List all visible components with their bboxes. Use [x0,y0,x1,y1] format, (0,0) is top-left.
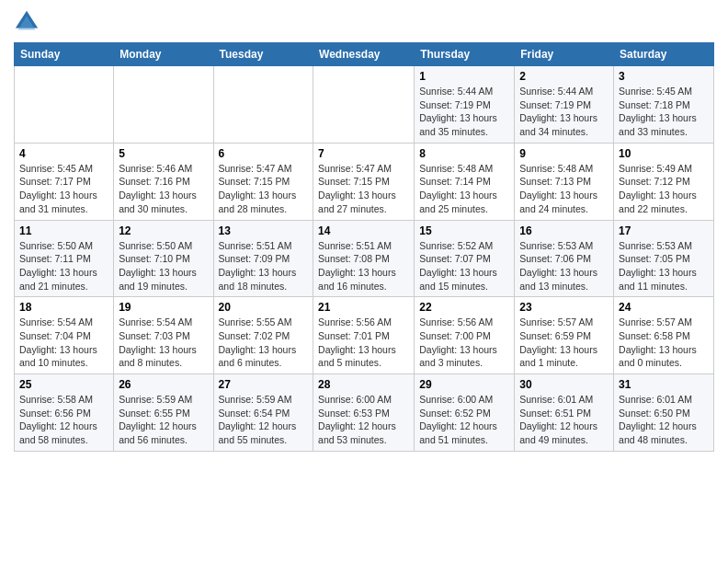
day-cell: 24Sunrise: 5:57 AMSunset: 6:58 PMDayligh… [614,297,714,374]
day-detail: Sunrise: 5:55 AMSunset: 7:02 PMDaylight:… [219,316,309,370]
logo-icon [14,9,40,35]
day-detail: Sunrise: 5:44 AMSunset: 7:19 PMDaylight:… [519,85,609,139]
calendar-header-row: SundayMondayTuesdayWednesdayThursdayFrid… [15,43,714,66]
week-row-1: 4Sunrise: 5:45 AMSunset: 7:17 PMDaylight… [15,143,714,220]
day-number: 10 [619,147,709,160]
day-detail: Sunrise: 5:48 AMSunset: 7:14 PMDaylight:… [419,162,509,216]
day-detail: Sunrise: 5:54 AMSunset: 7:04 PMDaylight:… [19,316,108,370]
day-number: 23 [519,301,609,314]
day-cell: 12Sunrise: 5:50 AMSunset: 7:10 PMDayligh… [114,220,213,297]
day-cell: 13Sunrise: 5:51 AMSunset: 7:09 PMDayligh… [213,220,313,297]
day-detail: Sunrise: 5:53 AMSunset: 7:05 PMDaylight:… [619,239,709,293]
day-detail: Sunrise: 6:00 AMSunset: 6:53 PMDaylight:… [318,393,409,447]
day-detail: Sunrise: 5:59 AMSunset: 6:55 PMDaylight:… [119,393,208,447]
day-cell: 9Sunrise: 5:48 AMSunset: 7:13 PMDaylight… [515,143,614,220]
day-cell: 26Sunrise: 5:59 AMSunset: 6:55 PMDayligh… [114,374,213,452]
day-cell: 1Sunrise: 5:44 AMSunset: 7:19 PMDaylight… [415,66,515,144]
day-cell: 14Sunrise: 5:51 AMSunset: 7:08 PMDayligh… [313,220,415,297]
day-cell: 6Sunrise: 5:47 AMSunset: 7:15 PMDaylight… [213,143,313,220]
day-number: 19 [119,301,208,314]
day-cell: 3Sunrise: 5:45 AMSunset: 7:18 PMDaylight… [614,66,714,144]
week-row-3: 18Sunrise: 5:54 AMSunset: 7:04 PMDayligh… [15,297,714,374]
header-thursday: Thursday [415,43,515,66]
day-number: 17 [619,224,709,237]
day-number: 24 [619,301,709,314]
week-row-4: 25Sunrise: 5:58 AMSunset: 6:56 PMDayligh… [15,374,714,452]
day-number: 4 [19,147,108,160]
header-friday: Friday [515,43,614,66]
day-detail: Sunrise: 5:58 AMSunset: 6:56 PMDaylight:… [19,393,108,447]
day-number: 9 [519,147,609,160]
day-cell: 2Sunrise: 5:44 AMSunset: 7:19 PMDaylight… [515,66,614,144]
day-detail: Sunrise: 5:52 AMSunset: 7:07 PMDaylight:… [419,239,509,293]
day-detail: Sunrise: 6:00 AMSunset: 6:52 PMDaylight:… [419,393,509,447]
day-number: 31 [619,378,709,391]
day-detail: Sunrise: 5:47 AMSunset: 7:15 PMDaylight:… [219,162,309,216]
day-detail: Sunrise: 5:48 AMSunset: 7:13 PMDaylight:… [519,162,609,216]
day-number: 13 [219,224,309,237]
day-detail: Sunrise: 5:51 AMSunset: 7:08 PMDaylight:… [318,239,409,293]
day-cell: 16Sunrise: 5:53 AMSunset: 7:06 PMDayligh… [515,220,614,297]
day-number: 8 [419,147,509,160]
day-cell: 21Sunrise: 5:56 AMSunset: 7:01 PMDayligh… [313,297,415,374]
header-wednesday: Wednesday [313,43,415,66]
day-cell: 28Sunrise: 6:00 AMSunset: 6:53 PMDayligh… [313,374,415,452]
day-number: 7 [318,147,409,160]
day-cell: 10Sunrise: 5:49 AMSunset: 7:12 PMDayligh… [614,143,714,220]
day-cell: 4Sunrise: 5:45 AMSunset: 7:17 PMDaylight… [15,143,114,220]
day-detail: Sunrise: 5:44 AMSunset: 7:19 PMDaylight:… [419,85,509,139]
day-cell [15,66,114,144]
day-number: 2 [519,70,609,83]
day-number: 28 [318,378,409,391]
day-cell: 5Sunrise: 5:46 AMSunset: 7:16 PMDaylight… [114,143,213,220]
day-cell: 7Sunrise: 5:47 AMSunset: 7:15 PMDaylight… [313,143,415,220]
day-cell: 29Sunrise: 6:00 AMSunset: 6:52 PMDayligh… [415,374,515,452]
day-number: 20 [219,301,309,314]
day-cell: 31Sunrise: 6:01 AMSunset: 6:50 PMDayligh… [614,374,714,452]
header-tuesday: Tuesday [213,43,313,66]
day-number: 25 [19,378,108,391]
day-detail: Sunrise: 5:46 AMSunset: 7:16 PMDaylight:… [119,162,208,216]
day-detail: Sunrise: 5:53 AMSunset: 7:06 PMDaylight:… [519,239,609,293]
day-cell: 30Sunrise: 6:01 AMSunset: 6:51 PMDayligh… [515,374,614,452]
day-number: 18 [19,301,108,314]
day-cell: 23Sunrise: 5:57 AMSunset: 6:59 PMDayligh… [515,297,614,374]
page-header [14,9,714,35]
day-number: 5 [119,147,208,160]
header-saturday: Saturday [614,43,714,66]
day-detail: Sunrise: 5:59 AMSunset: 6:54 PMDaylight:… [219,393,309,447]
day-number: 11 [19,224,108,237]
header-sunday: Sunday [15,43,114,66]
day-detail: Sunrise: 5:47 AMSunset: 7:15 PMDaylight:… [318,162,409,216]
header-monday: Monday [114,43,213,66]
day-cell [114,66,213,144]
day-detail: Sunrise: 5:56 AMSunset: 7:01 PMDaylight:… [318,316,409,370]
day-cell: 15Sunrise: 5:52 AMSunset: 7:07 PMDayligh… [415,220,515,297]
day-detail: Sunrise: 5:50 AMSunset: 7:10 PMDaylight:… [119,239,208,293]
week-row-0: 1Sunrise: 5:44 AMSunset: 7:19 PMDaylight… [15,66,714,144]
day-number: 21 [318,301,409,314]
day-number: 12 [119,224,208,237]
day-cell: 25Sunrise: 5:58 AMSunset: 6:56 PMDayligh… [15,374,114,452]
day-cell: 8Sunrise: 5:48 AMSunset: 7:14 PMDaylight… [415,143,515,220]
day-number: 15 [419,224,509,237]
day-detail: Sunrise: 5:51 AMSunset: 7:09 PMDaylight:… [219,239,309,293]
day-cell [213,66,313,144]
day-detail: Sunrise: 5:45 AMSunset: 7:18 PMDaylight:… [619,85,709,139]
day-number: 22 [419,301,509,314]
day-cell: 18Sunrise: 5:54 AMSunset: 7:04 PMDayligh… [15,297,114,374]
day-detail: Sunrise: 5:45 AMSunset: 7:17 PMDaylight:… [19,162,108,216]
day-number: 29 [419,378,509,391]
day-cell: 17Sunrise: 5:53 AMSunset: 7:05 PMDayligh… [614,220,714,297]
day-detail: Sunrise: 5:54 AMSunset: 7:03 PMDaylight:… [119,316,208,370]
day-cell: 22Sunrise: 5:56 AMSunset: 7:00 PMDayligh… [415,297,515,374]
day-detail: Sunrise: 5:50 AMSunset: 7:11 PMDaylight:… [19,239,108,293]
day-cell [313,66,415,144]
day-number: 16 [519,224,609,237]
week-row-2: 11Sunrise: 5:50 AMSunset: 7:11 PMDayligh… [15,220,714,297]
day-number: 6 [219,147,309,160]
day-detail: Sunrise: 6:01 AMSunset: 6:51 PMDaylight:… [519,393,609,447]
day-number: 27 [219,378,309,391]
day-cell: 27Sunrise: 5:59 AMSunset: 6:54 PMDayligh… [213,374,313,452]
day-number: 14 [318,224,409,237]
